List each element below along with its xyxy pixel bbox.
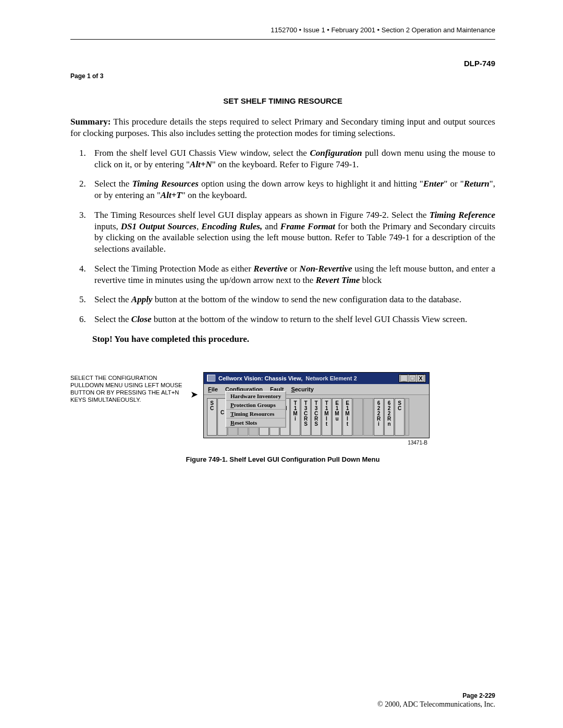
term: Enter	[423, 179, 444, 189]
term: Configuration	[310, 148, 362, 158]
text: The Timing Resources shelf level GUI dis…	[94, 210, 430, 220]
slot-e1mu[interactable]: E1Mu	[332, 398, 342, 436]
gui-title-1: Cellworx Vision: Chassis View,	[218, 375, 302, 382]
slot-e1mi[interactable]: E1MIt	[342, 398, 352, 436]
term: Non-Revertive	[300, 264, 352, 274]
maximize-icon[interactable]: □	[409, 375, 416, 382]
text: and	[262, 221, 280, 231]
term: Return	[464, 179, 489, 189]
term: Timing Resources	[132, 179, 199, 189]
procedure-list: From the shelf level GUI Chassis View wi…	[70, 147, 495, 325]
slot-t1m[interactable]: T1Mi	[290, 398, 300, 436]
text: option using the down arrow keys to high…	[199, 179, 423, 189]
slot-empty[interactable]	[363, 398, 373, 436]
step-4: Select the Timing Protection Mode as eit…	[88, 263, 495, 286]
section-title: SET SHELF TIMING RESOURCE	[70, 96, 495, 106]
slot-t3crs-2[interactable]: T3CRS	[311, 398, 321, 436]
term: Encoding Rules,	[201, 221, 262, 231]
slot-sc-left[interactable]: SC	[207, 398, 217, 436]
footer-copyright: © 2000, ADC Telecommunications, Inc.	[377, 700, 495, 709]
step-2: Select the Timing Resources option using…	[88, 178, 495, 201]
term: DS1 Output Sources	[121, 221, 197, 231]
term: Timing Reference	[430, 210, 495, 220]
close-icon[interactable]: X	[417, 375, 424, 382]
term: Alt+T	[161, 190, 182, 200]
gui-titlebar: Cellworx Vision: Chassis View, Network E…	[204, 373, 429, 384]
text: Select the	[94, 294, 131, 304]
menu-timing-resources[interactable]: Timing Resources	[226, 410, 285, 418]
term: Alt+N	[190, 159, 212, 169]
figure-caption: Figure 749-1. Shelf Level GUI Configurat…	[70, 455, 495, 464]
term: Apply	[131, 294, 153, 304]
slot-sc-right[interactable]: SC	[395, 398, 405, 436]
term: Close	[131, 314, 152, 324]
text: button at the bottom of the window to re…	[152, 314, 468, 324]
menu-reset-slots[interactable]: Reset Slots	[226, 418, 285, 427]
slot-edge	[405, 398, 409, 436]
step-1: From the shelf level GUI Chassis View wi…	[88, 147, 495, 170]
figure-callout-text: SELECT THE CONFIGURATION PULLDOWN MENU U…	[70, 372, 185, 403]
slot-t3crs[interactable]: T3CRS	[301, 398, 311, 436]
menu-security[interactable]: Security	[291, 386, 313, 393]
app-icon	[207, 375, 215, 381]
text: " on the keyboard.	[182, 190, 247, 200]
footer-page-number: Page 2-229	[377, 692, 495, 700]
text: ,	[197, 221, 201, 231]
figure-749-1: SELECT THE CONFIGURATION PULLDOWN MENU U…	[70, 372, 495, 447]
term: Revertive	[253, 264, 287, 274]
minimize-icon[interactable]: _	[400, 375, 408, 382]
configuration-dropdown: Hardware Inventory Protection Groups Tim…	[225, 391, 286, 428]
stop-line: Stop! You have completed this procedure.	[92, 334, 495, 345]
dlp-code: DLP-749	[70, 58, 495, 68]
summary-paragraph: Summary: This procedure details the step…	[70, 116, 495, 139]
term: Revert Time	[315, 275, 360, 285]
slot-empty[interactable]	[353, 398, 363, 436]
summary-text: This procedure details the steps require…	[70, 117, 495, 138]
text: block	[360, 275, 382, 285]
header-rule	[70, 39, 495, 40]
menu-file[interactable]: File	[208, 386, 218, 393]
summary-label: Summary:	[70, 117, 111, 127]
step-6: Select the Close button at the bottom of…	[88, 314, 495, 325]
slot-t1mi[interactable]: T1MIt	[322, 398, 332, 436]
text: Select the	[94, 179, 132, 189]
step-3: The Timing Resources shelf level GUI dis…	[88, 209, 495, 255]
text: From the shelf level GUI Chassis View wi…	[94, 148, 310, 158]
window-controls[interactable]: _ □ X	[399, 374, 426, 382]
running-header: 1152700 • Issue 1 • February 2001 • Sect…	[70, 26, 495, 39]
text: " or "	[444, 179, 463, 189]
menu-hardware-inventory[interactable]: Hardware Inventory	[226, 392, 285, 401]
text: " on the keyboard. Refer to Figure 749-1…	[212, 159, 359, 169]
slot-622rn[interactable]: 622Rn	[384, 398, 394, 436]
term: Frame Format	[280, 221, 335, 231]
menu-protection-groups[interactable]: Protection Groups	[226, 401, 285, 410]
figure-id: 13471-B	[203, 440, 430, 447]
text: Select the	[94, 314, 131, 324]
step-5: Select the Apply button at the bottom of…	[88, 294, 495, 305]
page-footer: Page 2-229 © 2000, ADC Telecommunication…	[377, 692, 495, 709]
text: inputs,	[94, 221, 121, 231]
text: Select the Timing Protection Mode as eit…	[94, 264, 253, 274]
gui-title-2: Network Element 2	[305, 375, 357, 382]
text: or	[287, 264, 299, 274]
slot-622r[interactable]: 622Ri	[374, 398, 384, 436]
page-count: Page 1 of 3	[70, 72, 495, 80]
text: button at the bottom of the window to se…	[152, 294, 461, 304]
arrow-icon: ➤	[190, 372, 198, 401]
